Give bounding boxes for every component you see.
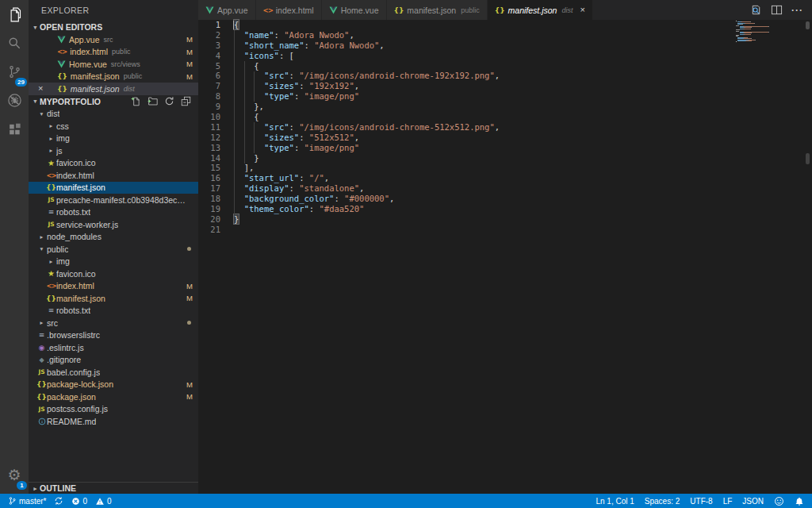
line-number: 1 bbox=[198, 20, 220, 30]
line-number: 15 bbox=[198, 163, 220, 173]
status-item-feedback[interactable] bbox=[774, 496, 784, 506]
activitybar-explorer[interactable] bbox=[0, 0, 29, 29]
tab-index.html[interactable]: <>index.html bbox=[256, 0, 322, 20]
tree-file-precache-manifest.c0b3948d3ecb485...[interactable]: JSprecache-manifest.c0b3948d3ecb485... bbox=[29, 194, 198, 206]
status-item[interactable]: Ln 1, Col 1 bbox=[596, 497, 634, 506]
tree-folder-css[interactable]: ▸css bbox=[29, 120, 198, 133]
tab-manifest.json-dist[interactable]: {}manifest.jsondist× bbox=[488, 0, 593, 20]
tree-folder-public[interactable]: ▾public bbox=[29, 243, 198, 256]
tree-folder-img[interactable]: ▸img bbox=[29, 256, 198, 268]
tab-App.vue[interactable]: App.vue bbox=[198, 0, 256, 20]
scrollbar-thumb[interactable] bbox=[806, 21, 810, 29]
close-icon[interactable]: × bbox=[38, 84, 43, 93]
open-editors-header[interactable]: ▾ OPEN EDITORS bbox=[29, 21, 198, 33]
status-item[interactable]: LF bbox=[723, 497, 733, 506]
tree-file-package-lock.json[interactable]: {}package-lock.jsonM bbox=[29, 379, 198, 391]
tree-file-.browserslistrc[interactable]: ≡.browserslistrc bbox=[29, 329, 198, 342]
open-changes-icon[interactable] bbox=[750, 4, 762, 16]
status-item-bell[interactable] bbox=[795, 496, 804, 506]
debug-icon bbox=[6, 92, 23, 109]
status-item[interactable]: JSON bbox=[742, 497, 764, 506]
tree-file-manifest.json[interactable]: {}manifest.jsonM bbox=[29, 292, 198, 305]
indent-guide bbox=[254, 122, 255, 153]
tree-file-README.md[interactable]: README.md bbox=[29, 415, 198, 428]
new-folder-icon[interactable] bbox=[147, 96, 158, 106]
status-label: Ln 1, Col 1 bbox=[596, 497, 634, 506]
eslint-icon: ◉ bbox=[39, 344, 45, 352]
open-editor-item[interactable]: Home.vuesrc/viewsM bbox=[29, 58, 198, 71]
tree-item-label: public bbox=[47, 244, 68, 254]
tree-file-babel.config.js[interactable]: JSbabel.config.js bbox=[29, 366, 198, 379]
tree-file-favicon.ico[interactable]: ★favicon.ico bbox=[29, 267, 198, 280]
open-editor-item[interactable]: ×{}manifest.jsondist bbox=[29, 83, 198, 95]
open-editor-item[interactable]: <>index.htmlpublicM bbox=[29, 46, 198, 59]
tree-folder-dist[interactable]: ▾dist bbox=[29, 108, 198, 121]
line-number: 13 bbox=[198, 143, 220, 153]
tree-file-service-worker.js[interactable]: JSservice-worker.js bbox=[29, 218, 198, 231]
code-line: { bbox=[234, 112, 500, 122]
js-icon: JS bbox=[48, 221, 54, 228]
tab-manifest.json-public[interactable]: {}manifest.jsonpublic bbox=[387, 0, 488, 20]
tree-folder-src[interactable]: ▸src bbox=[29, 317, 198, 329]
modified-badge: M bbox=[186, 35, 193, 44]
line-number: 19 bbox=[198, 204, 220, 214]
code-line bbox=[234, 225, 500, 235]
tree-folder-node_modules[interactable]: ▸node_modules bbox=[29, 231, 198, 244]
tree-file-manifest.json[interactable]: {}manifest.json bbox=[29, 182, 198, 194]
indent-guide bbox=[234, 30, 235, 214]
search-icon bbox=[6, 35, 22, 51]
tree-file-.eslintrc.js[interactable]: ◉.eslintrc.js bbox=[29, 341, 198, 354]
status-item-error[interactable]: 0 bbox=[71, 497, 87, 506]
line-number: 21 bbox=[198, 225, 220, 235]
refresh-icon[interactable] bbox=[164, 96, 174, 106]
tree-file-package.json[interactable]: {}package.jsonM bbox=[29, 391, 198, 403]
open-editors-header-label: OPEN EDITORS bbox=[40, 22, 102, 32]
open-editor-detail: public bbox=[124, 72, 143, 80]
split-editor-icon[interactable] bbox=[771, 4, 783, 16]
collapse-all-icon[interactable] bbox=[181, 96, 191, 106]
tree-file-robots.txt[interactable]: ≡robots.txt bbox=[29, 206, 198, 219]
status-label: JSON bbox=[742, 497, 764, 506]
activitybar-extensions[interactable] bbox=[0, 114, 29, 143]
tree-file-postcss.config.js[interactable]: JSpostcss.config.js bbox=[29, 403, 198, 416]
status-item-sync[interactable] bbox=[54, 496, 63, 506]
status-item-git-branch[interactable]: master* bbox=[8, 496, 46, 506]
tree-file-.gitignore[interactable]: ◆.gitignore bbox=[29, 354, 198, 367]
tree-file-robots.txt[interactable]: ≡robots.txt bbox=[29, 305, 198, 318]
close-icon[interactable]: × bbox=[580, 6, 584, 14]
activitybar-debug[interactable] bbox=[0, 86, 29, 114]
readme-info-icon bbox=[38, 418, 46, 425]
activitybar-source-control[interactable]: 29 bbox=[0, 57, 29, 86]
outline-section-header[interactable]: ▸ OUTLINE bbox=[29, 482, 198, 494]
tree-folder-js[interactable]: ▸js bbox=[29, 144, 198, 157]
open-editor-filename: manifest.json bbox=[71, 84, 120, 94]
chevron-right-icon: ▸ bbox=[47, 258, 56, 265]
status-item-warning[interactable]: 0 bbox=[95, 497, 112, 506]
explorer-actions bbox=[131, 96, 198, 106]
status-item[interactable]: UTF-8 bbox=[690, 497, 712, 506]
tree-file-favicon.ico[interactable]: ★favicon.ico bbox=[29, 157, 198, 170]
project-section-header[interactable]: ▾ MYPORTFOLIO bbox=[29, 95, 198, 108]
open-editor-item[interactable]: {}manifest.jsonpublicM bbox=[29, 71, 198, 83]
open-editor-item[interactable]: App.vuesrcM bbox=[29, 33, 198, 46]
tree-item-label: .eslintrc.js bbox=[47, 343, 84, 352]
minimap[interactable] bbox=[736, 21, 799, 44]
more-actions-icon[interactable]: ··· bbox=[791, 5, 803, 16]
tab-Home.vue[interactable]: Home.vue bbox=[322, 0, 387, 20]
json-icon: {} bbox=[394, 6, 404, 14]
error-icon bbox=[71, 497, 80, 506]
code-line: "short_name": "Adora Nwodo", bbox=[234, 40, 500, 51]
line-number: 20 bbox=[198, 214, 220, 225]
code-editor[interactable]: 123456789101112131415161718192021 { "nam… bbox=[198, 20, 812, 494]
tree-folder-img[interactable]: ▸img bbox=[29, 133, 198, 145]
activitybar-settings[interactable]: ⚙1 bbox=[0, 460, 29, 489]
status-item[interactable]: Spaces: 2 bbox=[645, 497, 680, 506]
code-line: "background_color": "#000000", bbox=[234, 194, 500, 204]
modified-badge: M bbox=[186, 60, 193, 68]
tree-file-index.html[interactable]: <>index.html bbox=[29, 169, 198, 182]
tree-item-label: postcss.config.js bbox=[47, 404, 108, 414]
tree-file-index.html[interactable]: <>index.htmlM bbox=[29, 280, 198, 293]
new-file-icon[interactable] bbox=[131, 96, 141, 106]
activitybar-search[interactable] bbox=[0, 29, 29, 57]
badge: 1 bbox=[17, 481, 27, 490]
